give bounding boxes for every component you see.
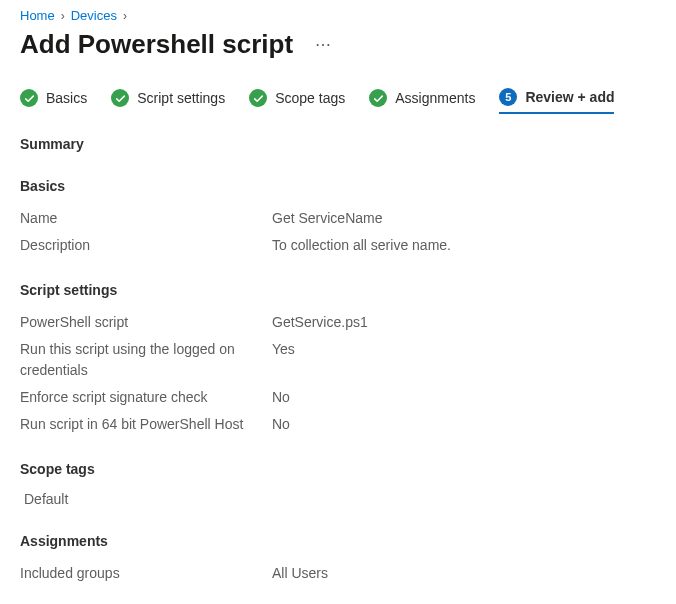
check-icon [249, 89, 267, 107]
breadcrumb-home[interactable]: Home [20, 8, 55, 23]
tab-label: Scope tags [275, 90, 345, 106]
assignments-header: Assignments [20, 533, 676, 549]
table-row: Run script in 64 bit PowerShell Host No [20, 414, 676, 435]
scope-tags-header: Scope tags [20, 461, 676, 477]
chevron-right-icon: › [123, 9, 127, 23]
run-credentials-value: Yes [272, 339, 295, 381]
tab-scope-tags[interactable]: Scope tags [249, 89, 345, 113]
table-row: Name Get ServiceName [20, 208, 676, 229]
table-row: Included groups All Users [20, 563, 676, 584]
script-settings-header: Script settings [20, 282, 676, 298]
basics-header: Basics [20, 178, 676, 194]
step-number-icon: 5 [499, 88, 517, 106]
run-64bit-value: No [272, 414, 290, 435]
description-label: Description [20, 235, 272, 256]
name-value: Get ServiceName [272, 208, 382, 229]
page-title: Add Powershell script [20, 29, 293, 60]
tab-review-add[interactable]: 5 Review + add [499, 88, 614, 114]
breadcrumb: Home › Devices › [20, 8, 676, 23]
included-groups-label: Included groups [20, 563, 272, 584]
check-icon [369, 89, 387, 107]
tab-label: Basics [46, 90, 87, 106]
title-row: Add Powershell script ⋯ [20, 29, 676, 60]
tab-label: Script settings [137, 90, 225, 106]
chevron-right-icon: › [61, 9, 65, 23]
tab-script-settings[interactable]: Script settings [111, 89, 225, 113]
table-row: PowerShell script GetService.ps1 [20, 312, 676, 333]
run-64bit-label: Run script in 64 bit PowerShell Host [20, 414, 272, 435]
more-icon[interactable]: ⋯ [315, 35, 333, 54]
check-icon [111, 89, 129, 107]
powershell-script-value: GetService.ps1 [272, 312, 368, 333]
powershell-script-label: PowerShell script [20, 312, 272, 333]
description-value: To collection all serive name. [272, 235, 451, 256]
table-row: Description To collection all serive nam… [20, 235, 676, 256]
table-row: Enforce script signature check No [20, 387, 676, 408]
signature-check-value: No [272, 387, 290, 408]
name-label: Name [20, 208, 272, 229]
tab-label: Review + add [525, 89, 614, 105]
wizard-steps: Basics Script settings Scope tags Assign… [20, 88, 676, 114]
tab-assignments[interactable]: Assignments [369, 89, 475, 113]
breadcrumb-devices[interactable]: Devices [71, 8, 117, 23]
scope-tag-value: Default [24, 491, 676, 507]
table-row: Run this script using the logged on cred… [20, 339, 676, 381]
signature-check-label: Enforce script signature check [20, 387, 272, 408]
tab-label: Assignments [395, 90, 475, 106]
tab-basics[interactable]: Basics [20, 89, 87, 113]
run-credentials-label: Run this script using the logged on cred… [20, 339, 272, 381]
summary-header: Summary [20, 136, 676, 152]
check-icon [20, 89, 38, 107]
included-groups-value: All Users [272, 563, 328, 584]
